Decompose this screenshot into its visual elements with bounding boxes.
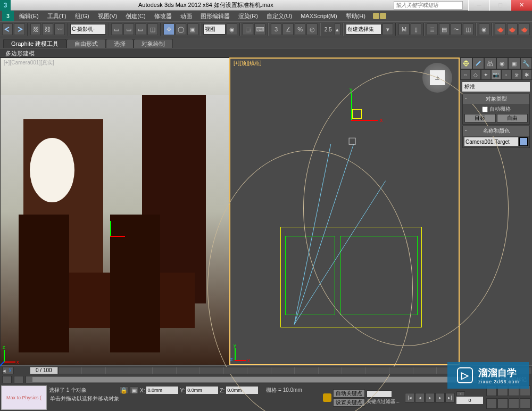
maximize-viewport-icon[interactable]	[520, 398, 530, 409]
window-crossing-button[interactable]: ◫	[147, 23, 158, 35]
app-menu-icon[interactable]: 3	[2, 11, 14, 21]
menu-customize[interactable]: 自定义(U)	[262, 11, 296, 21]
tab-motion-icon[interactable]: ◉	[496, 57, 509, 69]
camera-type-dropdown[interactable]: 标准	[462, 82, 530, 92]
close-button[interactable]: ✕	[511, 0, 532, 11]
rendered-frame-button[interactable]: 🫖	[507, 23, 518, 35]
named-selset-dropdown[interactable]: 创建选择集	[346, 24, 381, 35]
help-search-input[interactable]	[394, 1, 463, 10]
menu-graph-editors[interactable]: 图形编辑器	[196, 11, 234, 21]
minimize-button[interactable]: ─	[468, 0, 489, 11]
y-coord-field[interactable]: 0.0mm	[186, 387, 218, 394]
menu-help[interactable]: 帮助(H)	[342, 11, 370, 21]
x-coord-field[interactable]: 0.0mm	[146, 387, 178, 394]
undo-button[interactable]	[2, 23, 13, 35]
ribbon-tab-paint[interactable]: 对象绘制	[134, 39, 173, 48]
viewport-camera[interactable]: [+][Camera001][真实] z	[0, 57, 229, 365]
cat-lights-icon[interactable]: ✦	[481, 69, 491, 80]
select-region-button[interactable]: ▭	[135, 23, 146, 35]
tab-utilities-icon[interactable]: 🔧	[520, 57, 533, 69]
key-filters-button[interactable]: 关键点过滤器...	[367, 398, 400, 405]
goto-end-icon[interactable]: ▸|	[445, 393, 455, 402]
graphite-toggle-button[interactable]: ▤	[439, 23, 450, 35]
key-mode-icon[interactable]: ◦	[456, 391, 465, 396]
maximize-button[interactable]: ◻	[489, 0, 511, 11]
material-editor-button[interactable]: ◉	[479, 23, 489, 35]
timeline-config-icon[interactable]: ◂	[2, 367, 14, 374]
link-button[interactable]: ⛓	[30, 23, 41, 35]
menu-rendering[interactable]: 渲染(R)	[234, 11, 262, 21]
play-icon[interactable]: ▸	[425, 393, 435, 402]
edit-selset-button[interactable]: ▾	[383, 23, 393, 35]
tab-modify-icon[interactable]	[472, 57, 485, 69]
tab-create-icon[interactable]	[460, 57, 472, 69]
move-button[interactable]: ✥	[163, 23, 174, 35]
select-object-button[interactable]: ▭	[111, 23, 122, 35]
trackbar-filter-icon[interactable]	[14, 376, 23, 383]
viewport-top-label[interactable]: [+][顶][线框]	[234, 60, 262, 67]
trackbar-toggle-icon[interactable]	[2, 376, 12, 383]
quick-access[interactable]	[370, 13, 389, 19]
viewport-camera-label[interactable]: [+][Camera001][真实]	[4, 59, 54, 67]
app-logo-icon[interactable]: 3	[0, 0, 11, 11]
next-frame-icon[interactable]: ▸	[435, 393, 445, 402]
maxscript-listener[interactable]: Max to Physics (	[1, 385, 47, 410]
object-color-swatch[interactable]	[519, 137, 528, 146]
menu-animation[interactable]: 动画	[176, 11, 196, 21]
ribbon-panel-label[interactable]: 多边形建模	[0, 48, 532, 57]
cat-helpers-icon[interactable]: ▫	[501, 69, 511, 80]
keyboard-shortcut-button[interactable]: ⌨	[254, 23, 265, 35]
spinner-snap-button[interactable]: ◴	[306, 23, 317, 35]
align-button[interactable]: ▯	[411, 23, 421, 35]
selection-filter-dropdown[interactable]: C·摄影机·	[70, 24, 106, 35]
render-setup-button[interactable]: 🫖	[495, 23, 505, 35]
cat-spacewarps-icon[interactable]: ※	[511, 69, 521, 80]
menu-maxscript[interactable]: MAXScript(M)	[296, 11, 341, 21]
scale-button[interactable]: ▣	[187, 23, 198, 35]
menu-edit[interactable]: 编辑(E)	[15, 11, 43, 21]
mirror-button[interactable]: M	[398, 23, 409, 35]
redo-button[interactable]	[14, 23, 24, 35]
rotate-button[interactable]: ◯	[176, 23, 186, 35]
rollout-name-color-header[interactable]: 名称和颜色	[463, 126, 529, 136]
pan-icon[interactable]	[497, 398, 508, 409]
create-free-camera-button[interactable]: 自由	[497, 114, 528, 122]
tab-hierarchy-icon[interactable]: 品	[484, 57, 496, 69]
menu-tools[interactable]: 工具(T)	[43, 11, 71, 21]
percent-snap-button[interactable]: %	[295, 23, 305, 35]
selection-lock-icon[interactable]: 🔒	[120, 387, 128, 394]
orbit-icon[interactable]	[509, 398, 519, 409]
current-frame-field[interactable]: 0	[456, 397, 483, 404]
ribbon-tab-selection[interactable]: 选择	[106, 39, 134, 48]
cat-geometry-icon[interactable]: ○	[460, 69, 470, 80]
cat-cameras-icon[interactable]: 📷	[491, 69, 501, 80]
render-button[interactable]: 🫖	[519, 23, 529, 35]
cat-shapes-icon[interactable]: ◇	[470, 69, 480, 80]
rollout-object-type-header[interactable]: 对象类型	[463, 94, 529, 104]
schematic-view-button[interactable]: ◫	[463, 23, 473, 35]
curve-editor-button[interactable]: 〜	[451, 23, 461, 35]
prev-frame-icon[interactable]: ◂	[415, 393, 425, 402]
viewport-top[interactable]: [+][顶][线框] 上 y	[229, 57, 460, 365]
tab-display-icon[interactable]: ▣	[508, 57, 520, 69]
cat-systems-icon[interactable]: ✱	[522, 69, 532, 80]
menu-views[interactable]: 视图(V)	[94, 11, 122, 21]
goto-start-icon[interactable]: |◂	[405, 393, 414, 402]
fov-icon[interactable]	[486, 398, 497, 409]
spinner-up-icon[interactable]: ▴	[335, 23, 340, 35]
select-by-name-button[interactable]: ▭	[123, 23, 134, 35]
use-pivot-center-button[interactable]: ◉	[227, 23, 237, 35]
menu-create[interactable]: 创建(C)	[121, 11, 149, 21]
isolate-icon[interactable]: ▣	[130, 387, 138, 394]
autogrid-checkbox[interactable]	[482, 106, 488, 112]
bind-spacewarp-button[interactable]: 〰	[54, 23, 65, 35]
ref-coord-dropdown[interactable]: 视图	[203, 24, 225, 35]
snap-3d-button[interactable]: 3	[271, 23, 281, 35]
ribbon-tab-freeform[interactable]: 自由形式	[66, 39, 106, 48]
layer-manager-button[interactable]: ≣	[427, 23, 437, 35]
select-manipulate-button[interactable]: ⬚	[243, 23, 253, 35]
ribbon-tab-graphite[interactable]: Graphite 建模工具	[3, 39, 66, 48]
menu-modifiers[interactable]: 修改器	[150, 11, 176, 21]
time-slider-handle[interactable]: 0 / 100	[30, 367, 58, 374]
menu-group[interactable]: 组(G)	[71, 11, 94, 21]
